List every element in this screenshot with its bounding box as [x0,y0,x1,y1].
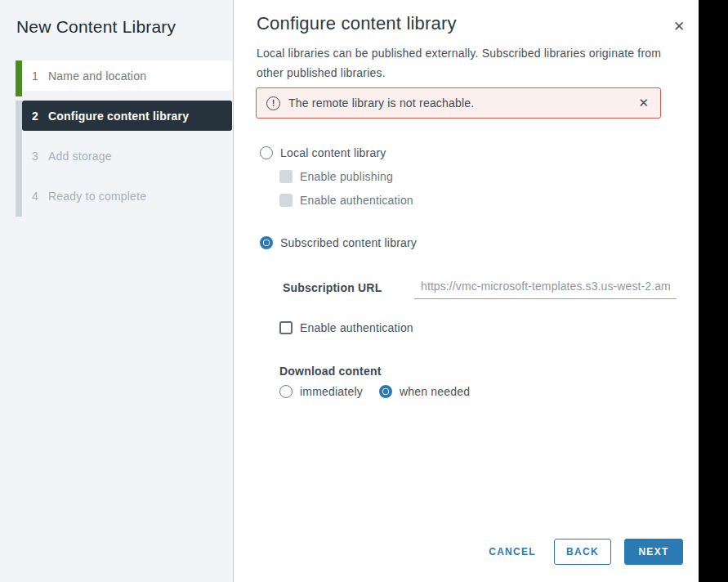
page-title: Configure content library [257,13,457,34]
radio-label: Local content library [280,146,386,159]
panel-description: Local libraries can be published externa… [257,43,672,83]
wizard-sidebar: New Content Library 1 Name and location … [0,0,233,582]
sidebar-step-name-and-location[interactable]: 1 Name and location [22,60,232,91]
checkbox-enable-authentication[interactable] [279,321,293,334]
new-content-library-wizard: New Content Library 1 Name and location … [0,0,728,582]
error-alert-message: The remote library is not reachable. [288,96,636,110]
checkbox-enable-authentication-local [279,194,293,207]
download-content-options: immediately when needed [279,385,470,398]
next-button[interactable]: NEXT [624,539,683,565]
back-button[interactable]: BACK [554,539,611,565]
sidebar-step-ready-to-complete[interactable]: 4 Ready to complete [22,181,232,211]
enable-publishing-option: Enable publishing [279,170,393,183]
checkbox-enable-publishing [279,170,293,183]
sidebar-step-configure-content-library[interactable]: 2 Configure content library [22,101,232,131]
subscription-url-input[interactable] [414,275,677,299]
step-label: Add storage [48,150,112,163]
step-number: 2 [29,110,41,123]
step-progress-bar-completed [16,60,22,96]
enable-authentication-local-option: Enable authentication [279,194,413,207]
step-number: 1 [29,69,41,83]
download-content-label: Download content [279,365,382,378]
close-icon[interactable]: ✕ [670,18,688,36]
checkbox-label: Enable authentication [300,321,413,334]
checkbox-label: Enable publishing [300,170,393,183]
radio-local-content-library[interactable] [260,146,273,159]
cancel-button[interactable]: CANCEL [484,539,541,565]
configure-content-library-panel: Configure content library ✕ Local librar… [233,0,699,582]
radio-label: when needed [400,385,470,398]
screen-edge-background [699,0,728,582]
step-progress-bar-remaining [16,101,22,217]
local-content-library-option: Local content library [260,146,386,159]
wizard-footer: CANCEL BACK NEXT [484,539,683,565]
radio-label: Subscribed content library [280,236,417,249]
step-number: 4 [29,190,41,203]
subscription-url-label: Subscription URL [283,281,382,294]
step-number: 3 [29,150,41,163]
radio-download-immediately[interactable] [279,385,293,398]
enable-authentication-option: Enable authentication [279,321,413,334]
error-alert: ! The remote library is not reachable. ✕ [256,87,661,119]
radio-download-when-needed[interactable] [379,385,392,398]
exclamation-circle-icon: ! [266,96,280,110]
step-label: Ready to complete [48,190,146,203]
alert-close-icon[interactable]: ✕ [636,96,650,110]
radio-label: immediately [300,385,363,398]
step-label: Configure content library [48,110,189,123]
subscribed-content-library-option: Subscribed content library [260,236,417,249]
radio-subscribed-content-library[interactable] [260,236,273,249]
wizard-title: New Content Library [16,17,176,37]
sidebar-step-add-storage[interactable]: 3 Add storage [22,141,232,171]
step-label: Name and location [48,69,146,83]
checkbox-label: Enable authentication [300,194,413,207]
